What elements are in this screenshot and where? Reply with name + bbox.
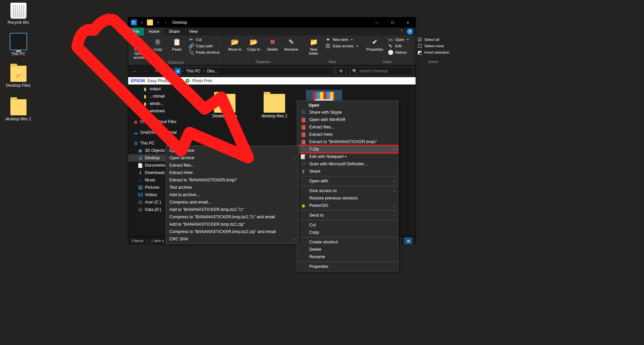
dropdown-icon[interactable]: ▼ [180, 79, 183, 82]
edit-button[interactable]: ✎Edit [386, 43, 411, 49]
tree-node[interactable]: ▮windows [128, 107, 195, 115]
close-button[interactable]: ✕ [400, 17, 416, 27]
address-dropdown-icon[interactable]: ⌄ [330, 69, 333, 73]
recent-locations-button[interactable]: ▾ [152, 66, 161, 76]
menu-item-delete[interactable]: Delete [298, 246, 397, 253]
refresh-button[interactable]: ⟳ [336, 67, 346, 75]
invert-selection-button[interactable]: ◩Invert selection [415, 49, 451, 55]
tree-node-creative-cloud[interactable]: ◉Creative Cloud Files [128, 118, 195, 125]
help-button[interactable]: ? [407, 28, 413, 35]
desktop-icon-folder-2[interactable]: desktop files 2 [5, 99, 32, 121]
large-icons-view-button[interactable]: ▦ [404, 237, 412, 244]
paste-shortcut-button[interactable]: 📎Paste shortcut [186, 49, 221, 55]
submenu-crc-sha[interactable]: CRC SHA› [167, 235, 298, 243]
submenu-open-archive-2[interactable]: Open archive› [167, 154, 298, 162]
new-item-button[interactable]: ✦New item▾ [323, 37, 360, 43]
file-item-folder-2[interactable]: desktop files 2 [256, 90, 292, 120]
address-bar[interactable]: 🖥 › This PC › Des... ⌄ [173, 67, 335, 75]
titlebar[interactable]: 🗔 | ▾ | Desktop — ☐ ✕ [128, 17, 416, 27]
epson-photo-print[interactable]: Photo Print [192, 78, 212, 83]
submenu-compress-zip-email[interactable]: Compress to "BANANASTICKER.bmp.bz2.zip" … [167, 228, 298, 235]
rename-button[interactable]: ✎Rename [282, 36, 300, 60]
properties-button[interactable]: ✔Properties [364, 36, 385, 60]
folder-icon: ▮ [142, 108, 148, 114]
submenu-add-zip[interactable]: Add to "BANANASTICKER.bmp.bz2.zip" [167, 221, 298, 228]
tab-file[interactable]: File [128, 27, 144, 36]
menu-item-copy[interactable]: Copy [298, 229, 397, 236]
paste-button[interactable]: 📋Paste [168, 36, 186, 60]
select-none-button[interactable]: ☐Select none [415, 43, 451, 49]
menu-item-open[interactable]: Open [298, 102, 397, 109]
copy-to-button[interactable]: 📂Copy to [245, 36, 263, 60]
menu-item-open-winrar[interactable]: 📕Open with WinRAR [298, 116, 397, 123]
tree-node[interactable]: ▮windo... [128, 100, 195, 107]
submenu-compress-7z-email[interactable]: Compress to "BANANASTICKER.bmp.bz2.7z" a… [167, 213, 298, 221]
select-none-icon: ☐ [417, 43, 422, 49]
forward-button[interactable]: → [141, 66, 150, 76]
qat-dropdown-icon[interactable]: ▾ [154, 19, 162, 26]
menu-item-extract-to[interactable]: 📕Extract to "BANANASTICKER.bmp\" [298, 138, 397, 146]
ribbon-collapse-icon[interactable]: ⌃ [398, 27, 406, 36]
menu-item-give-access[interactable]: Give access to› [298, 187, 397, 194]
submenu-extract-to[interactable]: Extract to "BANANASTICKER.bmp\" [167, 176, 298, 184]
submenu-extract-files[interactable]: Extract files... [167, 162, 298, 169]
menu-item-extract-here[interactable]: 📕Extract Here [298, 131, 397, 138]
tab-share[interactable]: Share [164, 27, 184, 36]
epson-easy-print[interactable]: Easy Photo Print [148, 78, 177, 83]
menu-item-cut[interactable]: Cut [298, 221, 397, 229]
submenu-add-archive[interactable]: Add to archive... [167, 191, 298, 198]
menu-item-extract-files[interactable]: 📕Extract files... [298, 123, 397, 131]
menu-item-poweriso[interactable]: ◉PowerISO› [298, 202, 397, 209]
menu-item-rename[interactable]: Rename [298, 253, 397, 261]
qat-properties-icon[interactable] [146, 19, 154, 26]
submenu-open-archive[interactable]: Open archive [167, 147, 298, 154]
pin-quick-access-button[interactable]: 📌Pin to Quick access [130, 36, 148, 60]
menu-item-7zip[interactable]: 7-Zip› [298, 146, 397, 153]
qat-separator: | [138, 19, 146, 26]
menu-item-restore-versions[interactable]: Restore previous versions [298, 194, 397, 202]
menu-item-create-shortcut[interactable]: Create shortcut [298, 238, 397, 246]
select-all-button[interactable]: ☑Select all [415, 37, 451, 43]
easy-access-button[interactable]: ⚿Easy access▾ [323, 43, 360, 49]
menu-item-open-with[interactable]: Open with› [298, 177, 397, 185]
submenu-test-archive[interactable]: Test archive [167, 184, 298, 191]
maximize-button[interactable]: ☐ [385, 17, 400, 27]
tree-node[interactable]: ▮...mbnail [128, 93, 195, 100]
search-icon: 🔍 [352, 69, 357, 73]
submenu-add-7z[interactable]: Add to "BANANASTICKER.bmp.bz2.7z" [167, 206, 298, 213]
back-button[interactable]: ← [130, 66, 140, 76]
submenu-extract-here[interactable]: Extract Here [167, 169, 298, 176]
qat-explorer-icon[interactable]: 🗔 [130, 19, 138, 26]
tab-home[interactable]: Home [144, 27, 164, 36]
menu-item-send-to[interactable]: Send to› [298, 212, 397, 219]
desktop-icon-folder-1[interactable]: Desktop FIles [5, 66, 32, 88]
new-folder-button[interactable]: 📁New folder [305, 36, 323, 60]
menu-item-notepad[interactable]: 📝Edit with Notepad++ [298, 153, 397, 160]
chevron-right-icon: › [203, 69, 205, 73]
copy-button[interactable]: ⎘Copy [149, 36, 167, 60]
copy-icon: ⎘ [153, 37, 163, 47]
menu-item-defender[interactable]: 🛡Scan with Microsoft Defender... [298, 160, 397, 168]
history-button[interactable]: 🕘History [386, 49, 411, 55]
copy-path-button[interactable]: 🔗Copy path [186, 43, 221, 49]
documents-icon: 📄 [138, 163, 143, 168]
submenu-compress-email[interactable]: Compress and email... [167, 198, 298, 206]
up-button[interactable]: ↑ [162, 66, 172, 76]
tab-view[interactable]: View [184, 27, 202, 36]
menu-item-share-skype[interactable]: ⓈShare with Skype [298, 109, 397, 116]
tree-node[interactable]: ▮output [128, 85, 195, 93]
delete-button[interactable]: ✖Delete [263, 36, 281, 60]
move-to-button[interactable]: 📂Move to [226, 36, 244, 60]
open-button[interactable]: ▭Open▾ [386, 37, 411, 43]
file-item-folder-1[interactable]: Desktop FIles [207, 90, 243, 120]
minimize-button[interactable]: — [369, 17, 385, 27]
menu-item-share[interactable]: ⇪Share [298, 168, 397, 175]
desktop-icon-this-pc[interactable]: This PC [5, 33, 32, 56]
desktop-icon-recycle-bin[interactable]: Recycle Bin [5, 3, 32, 25]
cut-button[interactable]: ✂Cut [186, 37, 221, 43]
search-input[interactable]: 🔍 Search Desktop [350, 67, 414, 75]
tree-node-onedrive[interactable]: ☁OneDrive - Personal [128, 129, 195, 136]
menu-item-properties[interactable]: Properties [298, 263, 397, 270]
breadcrumb-current[interactable]: Des... [206, 69, 219, 73]
breadcrumb-this-pc[interactable]: This PC [185, 69, 202, 73]
